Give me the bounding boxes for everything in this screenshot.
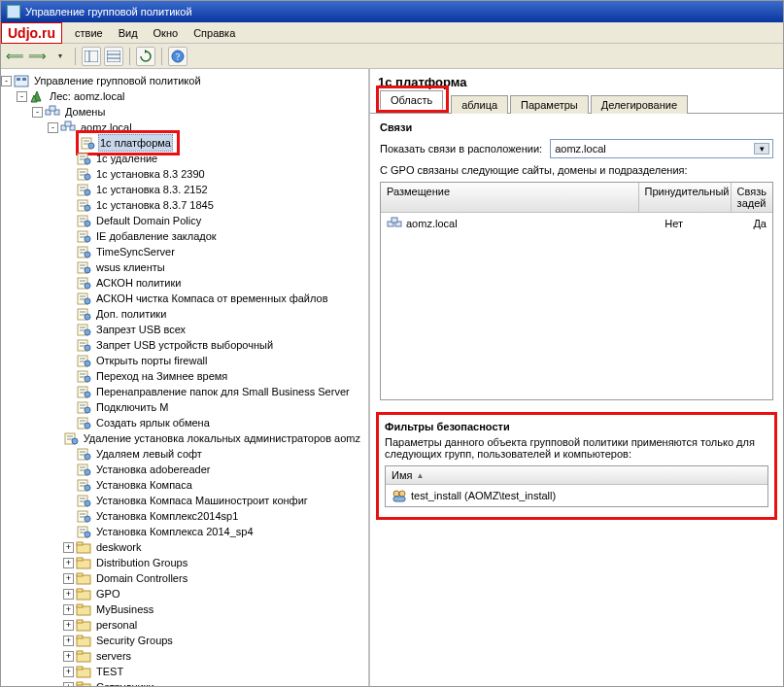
expand-toggle[interactable]: + [63, 604, 74, 615]
svg-rect-138 [77, 651, 83, 654]
tree-root-node[interactable]: -Управление групповой политикой [1, 73, 368, 88]
menu-view[interactable]: Вид [119, 27, 138, 39]
tree-label: 1с установка 8.3.7 1845 [94, 197, 216, 213]
tree-gpo-node[interactable]: АСКОН политики [1, 275, 368, 291]
tree-ou-node[interactable]: +personal [1, 617, 368, 633]
tree-ou-node[interactable]: +Distribution Groups [1, 555, 368, 570]
svg-rect-10 [22, 78, 26, 81]
tree-forest-node[interactable]: -Лес: aomz.local [1, 88, 368, 104]
tree-gpo-node[interactable]: Установка Компаса [1, 477, 368, 493]
svg-rect-145 [392, 218, 397, 223]
tree-ou-node[interactable]: +Security Groups [1, 633, 368, 648]
menu-help[interactable]: Справка [193, 27, 235, 39]
tree-spacer [63, 216, 74, 226]
tree-gpo-node[interactable]: Запрет USB устройств выборочный [1, 337, 368, 353]
tree-spacer [63, 138, 74, 149]
tree-gpo-node[interactable]: 1с платформа [1, 135, 368, 151]
tree-ou-node[interactable]: +deskwork [1, 539, 368, 555]
tree-gpo-node[interactable]: Установка Комплекс2014sp1 [1, 508, 368, 524]
tree-gpo-node[interactable]: TimeSyncServer [1, 244, 368, 259]
tree-gpo-node[interactable]: Установка Комплекса 2014_sp4 [1, 524, 368, 539]
filters-grid-row[interactable]: test_install (AOMZ\test_install) [386, 485, 767, 506]
col-location[interactable]: Размещение [381, 183, 639, 212]
tree-gpo-node[interactable]: Удаление установка локальных администрат… [1, 430, 368, 446]
tree-gpo-node[interactable]: 1с установка 8.3 2390 [1, 166, 368, 182]
tree-label: Управление групповой политикой [32, 73, 203, 88]
menu-window[interactable]: Окно [153, 27, 179, 39]
col-name[interactable]: Имя ▲ [386, 466, 767, 484]
expand-toggle[interactable]: + [63, 620, 74, 631]
tree-domain-node[interactable]: -aomz.local [1, 120, 368, 135]
tree-gpo-node[interactable]: Удаляем левый софт [1, 446, 368, 462]
nav-back-button[interactable] [5, 47, 24, 66]
expand-toggle[interactable]: + [63, 667, 74, 677]
tree-label: Открыть порты firewall [94, 353, 209, 368]
tree-ou-node[interactable]: +GPO [1, 586, 368, 601]
links-grid[interactable]: Размещение Принудительный Связь задей ao… [380, 182, 773, 400]
tab-scope[interactable]: Область [380, 90, 443, 110]
tree-gpo-node[interactable]: wsus клиенты [1, 259, 368, 275]
tree-ou-node[interactable]: +MyBusiness [1, 601, 368, 617]
gpo-icon [76, 183, 91, 196]
collapse-toggle[interactable]: - [17, 91, 27, 102]
toolbar-properties-button[interactable] [104, 47, 123, 66]
filters-grid[interactable]: Имя ▲ test_install (AOMZ\test_install) [385, 465, 768, 507]
tree-ou-node[interactable]: +Сотрудники [1, 679, 368, 686]
tree-gpo-node[interactable]: АСКОН чистка Компаса от временных файлов [1, 291, 368, 306]
tree-gpo-node[interactable]: Установка adobereader [1, 462, 368, 477]
tree-domains-node[interactable]: -Домены [1, 104, 368, 120]
expand-toggle[interactable]: + [63, 573, 74, 584]
tree-label: Установка Компаса [94, 477, 194, 493]
expand-toggle[interactable]: + [63, 682, 74, 687]
tree-ou-node[interactable]: +TEST [1, 664, 368, 679]
links-grid-row[interactable]: aomz.local Нет Да [381, 213, 772, 234]
tree-gpo-node[interactable]: Создать ярлык обмена [1, 415, 368, 430]
toolbar-show-hide-tree-button[interactable] [82, 47, 101, 66]
tree-gpo-node[interactable]: Переход на Зимнее время [1, 368, 368, 384]
collapse-toggle[interactable]: - [32, 107, 43, 118]
collapse-toggle[interactable]: - [48, 122, 58, 133]
tree-gpo-node[interactable]: Открыть порты firewall [1, 353, 368, 368]
tree-ou-node[interactable]: +Domain Controllers [1, 570, 368, 586]
tree-gpo-node[interactable]: 1с установка 8.3.7 1845 [1, 197, 368, 213]
tree-gpo-node[interactable]: Подключить M [1, 399, 368, 415]
links-location-combo[interactable]: aomz.local [550, 139, 773, 158]
tree-gpo-node[interactable]: 1с удаление [1, 151, 368, 166]
tree-gpo-node[interactable]: Установка Компаса Машиностроит конфиг [1, 493, 368, 508]
gpo-icon [76, 152, 91, 165]
menu-action-suffix[interactable]: ствие [75, 27, 103, 39]
nav-history-dropdown[interactable] [50, 47, 69, 66]
tree-gpo-node[interactable]: Доп. политики [1, 306, 368, 322]
col-enforced[interactable]: Принудительный [639, 183, 732, 212]
tree-spacer [63, 402, 74, 413]
gpo-icon [76, 167, 91, 181]
tree-gpo-node[interactable]: Перенаправление папок для Small Business… [1, 384, 368, 399]
expand-toggle[interactable]: + [63, 558, 74, 568]
highlight-scope-tab: Область [376, 86, 449, 113]
tree-gpo-node[interactable]: Запрезт USB всех [1, 322, 368, 337]
gpo-icon [76, 447, 91, 461]
expand-toggle[interactable]: + [63, 651, 74, 662]
tree-gpo-node[interactable]: Default Domain Policy [1, 213, 368, 228]
gpo-icon [63, 431, 79, 445]
tab-delegation[interactable]: Делегирование [591, 95, 688, 114]
tree-gpo-node[interactable]: IE добавление закладок [1, 228, 368, 244]
nav-forward-button[interactable] [27, 47, 47, 66]
tree-gpo-node[interactable]: 1с установка 8.3. 2152 [1, 182, 368, 197]
svg-point-38 [85, 205, 90, 211]
expand-toggle[interactable]: + [63, 635, 74, 646]
tree-ou-node[interactable]: +servers [1, 648, 368, 664]
col-link-enabled[interactable]: Связь задей [732, 183, 772, 212]
tree-label: 1с установка 8.3 2390 [94, 166, 207, 182]
tab-settings[interactable]: Параметры [510, 95, 589, 114]
tab-details[interactable]: аблица [451, 95, 508, 114]
tree-label: АСКОН политики [94, 275, 183, 291]
tree-pane[interactable]: -Управление групповой политикой-Лес: aom… [1, 69, 370, 686]
tree-label: Перенаправление папок для Small Business… [94, 384, 352, 399]
toolbar-help-button[interactable]: ? [168, 47, 187, 66]
collapse-toggle[interactable]: - [1, 76, 12, 86]
svg-rect-140 [77, 667, 83, 670]
expand-toggle[interactable]: + [63, 542, 74, 553]
expand-toggle[interactable]: + [63, 589, 74, 600]
toolbar-refresh-button[interactable] [136, 47, 155, 66]
